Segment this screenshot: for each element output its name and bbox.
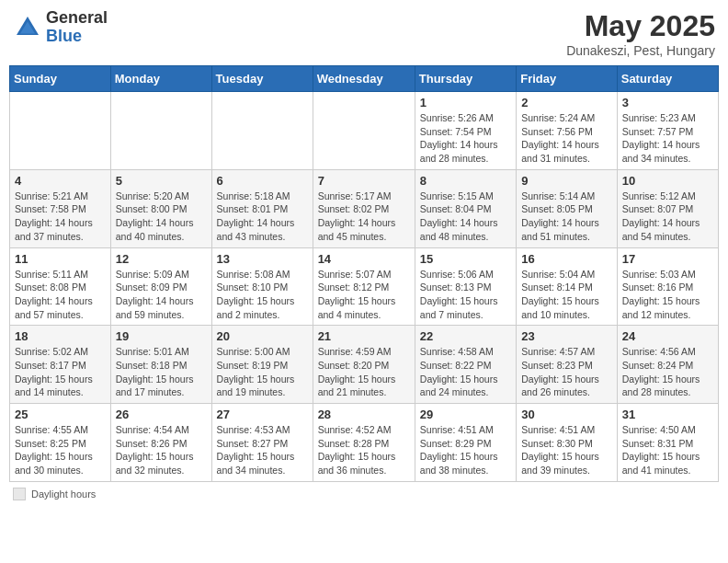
day-info: Sunrise: 5:00 AMSunset: 8:19 PMDaylight:… bbox=[217, 345, 308, 399]
weekday-header: Tuesday bbox=[211, 66, 313, 92]
logo-icon bbox=[13, 13, 42, 42]
logo-text: General Blue bbox=[46, 9, 108, 46]
calendar-cell bbox=[313, 92, 415, 170]
day-number: 15 bbox=[420, 252, 511, 266]
calendar-cell: 19Sunrise: 5:01 AMSunset: 8:18 PMDayligh… bbox=[110, 326, 211, 404]
day-info: Sunrise: 4:57 AMSunset: 8:23 PMDaylight:… bbox=[521, 345, 612, 399]
calendar-cell: 1Sunrise: 5:26 AMSunset: 7:54 PMDaylight… bbox=[415, 92, 516, 170]
title-area: May 2025 Dunakeszi, Pest, Hungary bbox=[566, 9, 715, 58]
day-info: Sunrise: 5:07 AMSunset: 8:12 PMDaylight:… bbox=[318, 268, 410, 322]
calendar-table: SundayMondayTuesdayWednesdayThursdayFrid… bbox=[9, 65, 719, 482]
calendar-cell bbox=[110, 92, 211, 170]
calendar-cell: 7Sunrise: 5:17 AMSunset: 8:02 PMDaylight… bbox=[313, 169, 415, 247]
day-info: Sunrise: 5:24 AMSunset: 7:56 PMDaylight:… bbox=[521, 111, 612, 166]
calendar-header: SundayMondayTuesdayWednesdayThursdayFrid… bbox=[10, 66, 719, 92]
day-number: 26 bbox=[116, 408, 207, 421]
day-number: 18 bbox=[15, 329, 106, 343]
day-number: 24 bbox=[622, 329, 713, 343]
day-info: Sunrise: 5:08 AMSunset: 8:10 PMDaylight:… bbox=[217, 268, 308, 322]
calendar-cell: 12Sunrise: 5:09 AMSunset: 8:09 PMDayligh… bbox=[110, 247, 211, 326]
day-info: Sunrise: 5:23 AMSunset: 7:57 PMDaylight:… bbox=[622, 111, 713, 166]
day-info: Sunrise: 5:15 AMSunset: 8:04 PMDaylight:… bbox=[420, 190, 511, 244]
calendar-cell: 10Sunrise: 5:12 AMSunset: 8:07 PMDayligh… bbox=[617, 169, 718, 247]
weekday-header: Thursday bbox=[415, 66, 516, 92]
day-number: 31 bbox=[622, 408, 713, 421]
day-number: 13 bbox=[217, 252, 308, 266]
day-number: 29 bbox=[420, 408, 511, 421]
footer: Daylight hours bbox=[9, 488, 719, 500]
day-info: Sunrise: 5:14 AMSunset: 8:05 PMDaylight:… bbox=[521, 190, 612, 244]
calendar-cell: 20Sunrise: 5:00 AMSunset: 8:19 PMDayligh… bbox=[211, 326, 313, 404]
day-info: Sunrise: 4:55 AMSunset: 8:25 PMDaylight:… bbox=[15, 423, 106, 477]
day-info: Sunrise: 5:11 AMSunset: 8:08 PMDaylight:… bbox=[15, 268, 106, 322]
day-info: Sunrise: 4:53 AMSunset: 8:27 PMDaylight:… bbox=[217, 423, 308, 477]
calendar-cell: 16Sunrise: 5:04 AMSunset: 8:14 PMDayligh… bbox=[517, 247, 618, 326]
day-info: Sunrise: 5:18 AMSunset: 8:01 PMDaylight:… bbox=[217, 190, 308, 244]
day-info: Sunrise: 5:17 AMSunset: 8:02 PMDaylight:… bbox=[318, 190, 410, 244]
footer-box bbox=[13, 488, 26, 500]
calendar-cell: 31Sunrise: 4:50 AMSunset: 8:31 PMDayligh… bbox=[617, 404, 718, 482]
calendar-cell: 9Sunrise: 5:14 AMSunset: 8:05 PMDaylight… bbox=[517, 169, 618, 247]
footer-label: Daylight hours bbox=[31, 488, 96, 500]
day-info: Sunrise: 4:51 AMSunset: 8:30 PMDaylight:… bbox=[521, 423, 612, 477]
day-number: 3 bbox=[622, 96, 713, 109]
month-title: May 2025 bbox=[566, 9, 715, 43]
calendar-cell bbox=[10, 92, 111, 170]
day-info: Sunrise: 4:51 AMSunset: 8:29 PMDaylight:… bbox=[420, 423, 511, 477]
day-number: 4 bbox=[15, 174, 106, 188]
calendar-cell: 3Sunrise: 5:23 AMSunset: 7:57 PMDaylight… bbox=[617, 92, 718, 170]
day-number: 27 bbox=[217, 408, 308, 421]
day-number: 22 bbox=[420, 329, 511, 343]
logo: General Blue bbox=[13, 9, 108, 46]
day-number: 11 bbox=[15, 252, 106, 266]
weekday-header: Sunday bbox=[10, 66, 111, 92]
day-number: 8 bbox=[420, 174, 511, 188]
calendar-cell: 18Sunrise: 5:02 AMSunset: 8:17 PMDayligh… bbox=[10, 326, 111, 404]
calendar-cell bbox=[211, 92, 313, 170]
weekday-row: SundayMondayTuesdayWednesdayThursdayFrid… bbox=[10, 66, 719, 92]
day-number: 1 bbox=[420, 96, 511, 109]
day-info: Sunrise: 5:12 AMSunset: 8:07 PMDaylight:… bbox=[622, 190, 713, 244]
calendar-cell: 13Sunrise: 5:08 AMSunset: 8:10 PMDayligh… bbox=[211, 247, 313, 326]
day-info: Sunrise: 4:58 AMSunset: 8:22 PMDaylight:… bbox=[420, 345, 511, 399]
calendar-week-row: 25Sunrise: 4:55 AMSunset: 8:25 PMDayligh… bbox=[10, 404, 719, 482]
calendar-week-row: 11Sunrise: 5:11 AMSunset: 8:08 PMDayligh… bbox=[10, 247, 719, 326]
day-number: 20 bbox=[217, 329, 308, 343]
day-info: Sunrise: 5:09 AMSunset: 8:09 PMDaylight:… bbox=[116, 268, 207, 322]
calendar-cell: 27Sunrise: 4:53 AMSunset: 8:27 PMDayligh… bbox=[211, 404, 313, 482]
day-info: Sunrise: 4:56 AMSunset: 8:24 PMDaylight:… bbox=[622, 345, 713, 399]
calendar-cell: 21Sunrise: 4:59 AMSunset: 8:20 PMDayligh… bbox=[313, 326, 415, 404]
day-number: 19 bbox=[116, 329, 207, 343]
calendar-cell: 6Sunrise: 5:18 AMSunset: 8:01 PMDaylight… bbox=[211, 169, 313, 247]
calendar-cell: 11Sunrise: 5:11 AMSunset: 8:08 PMDayligh… bbox=[10, 247, 111, 326]
day-number: 25 bbox=[15, 408, 106, 421]
location: Dunakeszi, Pest, Hungary bbox=[566, 43, 715, 58]
calendar-cell: 8Sunrise: 5:15 AMSunset: 8:04 PMDaylight… bbox=[415, 169, 516, 247]
weekday-header: Saturday bbox=[617, 66, 718, 92]
calendar-cell: 25Sunrise: 4:55 AMSunset: 8:25 PMDayligh… bbox=[10, 404, 111, 482]
day-info: Sunrise: 5:02 AMSunset: 8:17 PMDaylight:… bbox=[15, 345, 106, 399]
day-number: 17 bbox=[622, 252, 713, 266]
calendar-cell: 14Sunrise: 5:07 AMSunset: 8:12 PMDayligh… bbox=[313, 247, 415, 326]
day-number: 7 bbox=[318, 174, 410, 188]
day-info: Sunrise: 5:06 AMSunset: 8:13 PMDaylight:… bbox=[420, 268, 511, 322]
day-number: 28 bbox=[318, 408, 410, 421]
day-number: 12 bbox=[116, 252, 207, 266]
day-number: 30 bbox=[521, 408, 612, 421]
day-number: 2 bbox=[521, 96, 612, 109]
calendar-cell: 4Sunrise: 5:21 AMSunset: 7:58 PMDaylight… bbox=[10, 169, 111, 247]
calendar-week-row: 18Sunrise: 5:02 AMSunset: 8:17 PMDayligh… bbox=[10, 326, 719, 404]
day-info: Sunrise: 4:54 AMSunset: 8:26 PMDaylight:… bbox=[116, 423, 207, 477]
day-number: 6 bbox=[217, 174, 308, 188]
day-info: Sunrise: 4:59 AMSunset: 8:20 PMDaylight:… bbox=[318, 345, 410, 399]
calendar-cell: 5Sunrise: 5:20 AMSunset: 8:00 PMDaylight… bbox=[110, 169, 211, 247]
day-number: 5 bbox=[116, 174, 207, 188]
day-info: Sunrise: 5:26 AMSunset: 7:54 PMDaylight:… bbox=[420, 111, 511, 166]
day-number: 9 bbox=[521, 174, 612, 188]
day-number: 21 bbox=[318, 329, 410, 343]
day-info: Sunrise: 5:21 AMSunset: 7:58 PMDaylight:… bbox=[15, 190, 106, 244]
calendar-week-row: 1Sunrise: 5:26 AMSunset: 7:54 PMDaylight… bbox=[10, 92, 719, 170]
calendar-cell: 17Sunrise: 5:03 AMSunset: 8:16 PMDayligh… bbox=[617, 247, 718, 326]
day-info: Sunrise: 5:03 AMSunset: 8:16 PMDaylight:… bbox=[622, 268, 713, 322]
calendar-cell: 29Sunrise: 4:51 AMSunset: 8:29 PMDayligh… bbox=[415, 404, 516, 482]
